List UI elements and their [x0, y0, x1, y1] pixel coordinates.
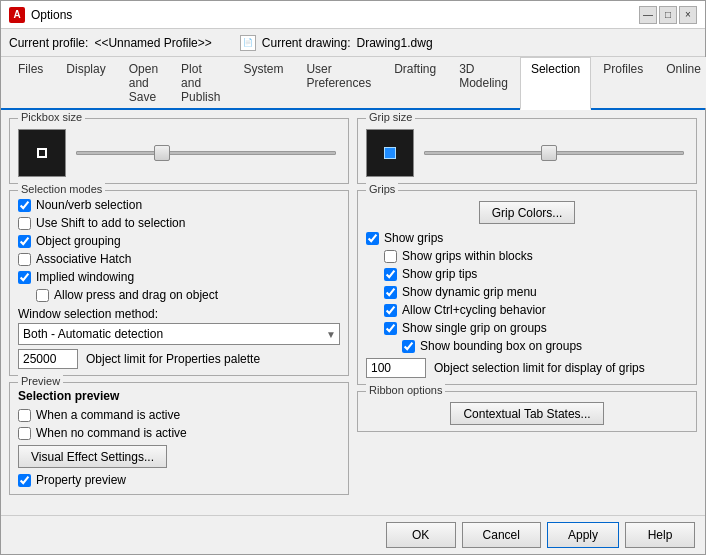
checkbox-object-grouping[interactable]	[18, 235, 31, 248]
ribbon-group: Ribbon options Contextual Tab States...	[357, 391, 697, 432]
left-panel: Pickbox size Selection modes	[9, 118, 349, 507]
cancel-button[interactable]: Cancel	[462, 522, 541, 548]
tab-drafting[interactable]: Drafting	[383, 57, 447, 108]
grip-colors-row: Grip Colors...	[366, 201, 688, 224]
ribbon-group-label: Ribbon options	[366, 384, 445, 396]
contextual-tab-btn[interactable]: Contextual Tab States...	[450, 402, 603, 425]
checkbox-shift-add[interactable]	[18, 217, 31, 230]
pickbox-group: Pickbox size	[9, 118, 349, 184]
checkbox-grips-blocks[interactable]	[384, 250, 397, 263]
label-property-preview: Property preview	[36, 473, 126, 487]
grip-slider-track	[424, 151, 684, 155]
checkbox-dynamic-grip[interactable]	[384, 286, 397, 299]
pickbox-inner	[37, 148, 47, 158]
check-show-grips: Show grips	[366, 230, 688, 246]
visual-effect-btn[interactable]: Visual Effect Settings...	[18, 445, 167, 468]
tab-display[interactable]: Display	[55, 57, 116, 108]
label-grip-tips: Show grip tips	[402, 267, 477, 281]
window-method-label: Window selection method:	[18, 307, 340, 321]
content-area: Pickbox size Selection modes	[1, 110, 705, 515]
tab-user-prefs[interactable]: User Preferences	[295, 57, 382, 108]
checkbox-implied-window[interactable]	[18, 271, 31, 284]
tab-online[interactable]: Online	[655, 57, 706, 108]
label-grips-blocks: Show grips within blocks	[402, 249, 533, 263]
pickbox-label: Pickbox size	[18, 111, 85, 123]
window-method-select[interactable]: Both - Automatic detection Window only C…	[18, 323, 340, 345]
grip-size-area	[366, 129, 688, 177]
label-single-grip: Show single grip on groups	[402, 321, 547, 335]
tab-files[interactable]: Files	[7, 57, 54, 108]
checkbox-bounding-box[interactable]	[402, 340, 415, 353]
checkbox-no-cmd[interactable]	[18, 427, 31, 440]
bottom-bar: OK Cancel Apply Help	[1, 515, 705, 554]
contextual-row: Contextual Tab States...	[366, 402, 688, 425]
selection-modes-label: Selection modes	[18, 183, 105, 195]
current-drawing-label: Current drawing:	[262, 36, 351, 50]
tab-plot-publish[interactable]: Plot and Publish	[170, 57, 231, 108]
grip-limit-input[interactable]	[366, 358, 426, 378]
pickbox-slider-track	[76, 151, 336, 155]
grip-colors-btn[interactable]: Grip Colors...	[479, 201, 576, 224]
grip-limit-row: Object selection limit for display of gr…	[366, 358, 688, 378]
check-object-grouping: Object grouping	[18, 233, 340, 249]
drawing-icon: 📄	[240, 35, 256, 51]
preview-group-label: Preview	[18, 375, 63, 387]
tab-3d-modeling[interactable]: 3D Modeling	[448, 57, 519, 108]
selection-preview-label: Selection preview	[18, 389, 340, 403]
label-object-grouping: Object grouping	[36, 234, 121, 248]
checkbox-ctrl-cycling[interactable]	[384, 304, 397, 317]
grip-preview	[366, 129, 414, 177]
checkbox-assoc-hatch[interactable]	[18, 253, 31, 266]
grips-group: Grips Grip Colors... Show grips Show gri…	[357, 190, 697, 385]
titlebar-controls: — □ ×	[639, 6, 697, 24]
label-no-cmd: When no command is active	[36, 426, 187, 440]
profile-bar: Current profile: <<Unnamed Profile>> 📄 C…	[1, 29, 705, 57]
checkbox-press-drag[interactable]	[36, 289, 49, 302]
pickbox-slider-thumb[interactable]	[154, 145, 170, 161]
object-limit-label: Object limit for Properties palette	[86, 352, 260, 366]
grip-inner	[384, 147, 396, 159]
preview-section: Selection preview When a command is acti…	[18, 389, 340, 488]
grip-slider-thumb[interactable]	[541, 145, 557, 161]
checkbox-noun-verb[interactable]	[18, 199, 31, 212]
label-dynamic-grip: Show dynamic grip menu	[402, 285, 537, 299]
selection-modes-group: Selection modes Noun/verb selection Use …	[9, 190, 349, 376]
close-btn[interactable]: ×	[679, 6, 697, 24]
pickbox-slider-container	[72, 143, 340, 163]
help-button[interactable]: Help	[625, 522, 695, 548]
titlebar: A Options — □ ×	[1, 1, 705, 29]
check-noun-verb: Noun/verb selection	[18, 197, 340, 213]
minimize-btn[interactable]: —	[639, 6, 657, 24]
options-dialog: A Options — □ × Current profile: <<Unnam…	[0, 0, 706, 555]
apply-button[interactable]: Apply	[547, 522, 619, 548]
checkbox-grip-tips[interactable]	[384, 268, 397, 281]
check-no-cmd: When no command is active	[18, 425, 340, 441]
check-assoc-hatch: Associative Hatch	[18, 251, 340, 267]
profile-bar-right: 📄 Current drawing: Drawing1.dwg	[240, 35, 433, 51]
ok-button[interactable]: OK	[386, 522, 456, 548]
checkbox-show-grips[interactable]	[366, 232, 379, 245]
tab-open-save[interactable]: Open and Save	[118, 57, 169, 108]
check-implied-window: Implied windowing	[18, 269, 340, 285]
object-limit-input[interactable]	[18, 349, 78, 369]
ribbon-section: Contextual Tab States...	[366, 398, 688, 425]
label-press-drag: Allow press and drag on object	[54, 288, 218, 302]
label-bounding-box: Show bounding box on groups	[420, 339, 582, 353]
check-ctrl-cycling: Allow Ctrl+cycling behavior	[384, 302, 688, 318]
tab-system[interactable]: System	[232, 57, 294, 108]
tab-selection[interactable]: Selection	[520, 57, 591, 110]
check-grip-tips: Show grip tips	[384, 266, 688, 282]
app-icon: A	[9, 7, 25, 23]
maximize-btn[interactable]: □	[659, 6, 677, 24]
tabs: Files Display Open and Save Plot and Pub…	[1, 57, 705, 110]
check-property-preview: Property preview	[18, 472, 340, 488]
object-limit-row: Object limit for Properties palette	[18, 349, 340, 369]
profile-bar-left: Current profile: <<Unnamed Profile>>	[9, 36, 212, 50]
checkbox-cmd-active[interactable]	[18, 409, 31, 422]
tab-profiles[interactable]: Profiles	[592, 57, 654, 108]
checkbox-property-preview[interactable]	[18, 474, 31, 487]
grips-group-label: Grips	[366, 183, 398, 195]
pickbox-preview	[18, 129, 66, 177]
checkbox-single-grip[interactable]	[384, 322, 397, 335]
grips-section: Grip Colors... Show grips Show grips wit…	[366, 201, 688, 378]
